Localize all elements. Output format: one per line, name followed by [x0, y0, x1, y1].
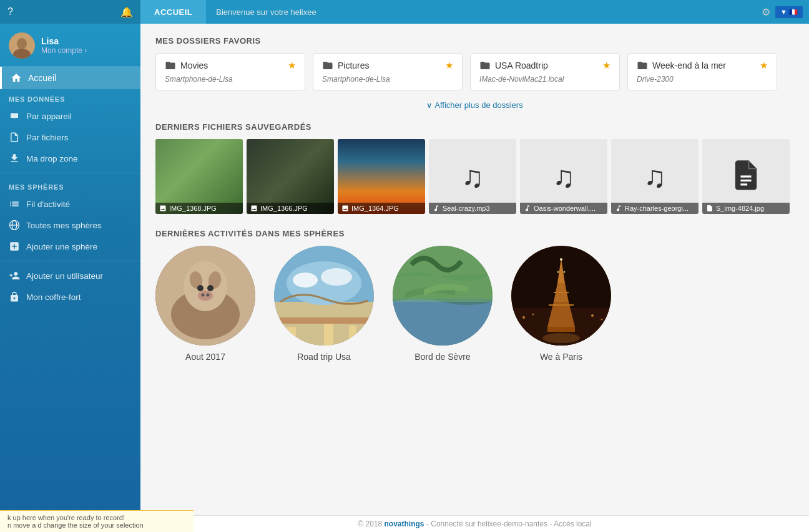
sidebar-item-ajouter-utilisateur-label: Ajouter un utilisateur: [26, 271, 103, 281]
folder-device-weekend: Drive-2300: [637, 75, 768, 84]
svg-rect-23: [287, 327, 296, 346]
section-spheres-title: DERNIÈRES ACTIVITÉS DANS MES SPHÈRES: [155, 229, 794, 238]
sidebar-item-home[interactable]: Accueil: [0, 67, 140, 89]
photo-icon-3: [341, 205, 349, 212]
svg-rect-24: [324, 324, 333, 346]
svg-point-47: [601, 319, 603, 321]
folder-icon-3: [479, 60, 491, 71]
files-icon: [9, 132, 20, 143]
sidebar-item-ajouter-sphere[interactable]: Ajouter une sphère: [0, 236, 140, 257]
folders-grid: Movies ★ Smartphone-de-Lisa Pictures: [155, 53, 794, 90]
sphere-label-bord-sevre: Bord de Sèvre: [414, 352, 471, 362]
svg-point-39: [557, 271, 559, 273]
folder-name-movies: Movies: [165, 60, 208, 71]
sidebar-divider-2: [0, 261, 140, 261]
sidebar-section-my-data: MES DONNÉES: [0, 89, 140, 105]
music-icon-3: [615, 205, 622, 212]
footer: © 2018 novathings - Connecté sur helixee…: [140, 515, 809, 532]
device-icon: [9, 110, 20, 122]
file-thumb-overlay-2: IMG_1366.JPG: [247, 203, 334, 214]
avatar: [9, 32, 35, 59]
sphere-item-roadtrip[interactable]: Road trip Usa: [274, 246, 374, 362]
svg-point-16: [207, 285, 213, 291]
file-thumb-seal[interactable]: ♫ Seal-crazy.mp3: [429, 139, 516, 214]
file-thumb-oasis[interactable]: ♫ Oasis-wonderwall....: [520, 139, 607, 214]
help-icon[interactable]: ?: [7, 6, 13, 17]
folder-device-movies: Smartphone-de-Lisa: [165, 75, 296, 84]
sidebar-item-par-appareil-label: Par appareil: [26, 112, 72, 121]
file-thumb-raycharles[interactable]: ♫ Ray-charles-georgi...: [611, 139, 699, 214]
sidebar-item-ajouter-utilisateur[interactable]: Ajouter un utilisateur: [0, 265, 140, 286]
language-flag-button[interactable]: ▼ 🇫🇷: [775, 6, 803, 18]
footer-copyright: © 2018 novathings - Connecté sur helixee…: [358, 520, 591, 528]
spheres-icon: [9, 220, 20, 231]
svg-point-12: [184, 261, 227, 311]
svg-point-28: [321, 268, 352, 286]
folder-card-movies[interactable]: Movies ★ Smartphone-de-Lisa: [155, 53, 305, 90]
section-recent-title: DERNIERS FICHIERS SAUVEGARDÉS: [155, 122, 794, 132]
folder-icon-2: [322, 60, 333, 71]
sidebar-item-ajouter-sphere-label: Ajouter une sphère: [26, 242, 97, 251]
sidebar-item-ma-drop-zone-label: Ma drop zone: [26, 154, 78, 163]
svg-rect-22: [274, 317, 374, 324]
folder-card-pictures[interactable]: Pictures ★ Smartphone-de-Lisa: [313, 53, 463, 90]
sphere-item-aout2017[interactable]: Aout 2017: [155, 246, 255, 362]
folder-card-top-2: Pictures ★: [322, 60, 453, 71]
accueil-nav-button[interactable]: ACCUEIL: [140, 0, 206, 24]
file-thumb-overlay-1: IMG_1368.JPG: [155, 203, 243, 214]
sidebar-item-fil-activite[interactable]: Fil d'activité: [0, 193, 140, 215]
file-thumb-overlay-6: Ray-charles-georgi...: [611, 203, 699, 214]
folder-card-usa-roadtrip[interactable]: USA Roadtrip ★ IMac-de-NoviMac21.local: [470, 53, 620, 90]
svg-point-15: [197, 285, 203, 291]
folder-star-usa-roadtrip: ★: [602, 60, 610, 71]
folder-card-top-3: USA Roadtrip ★: [479, 60, 610, 71]
sidebar-profile-info: Lisa Mon compte ›: [41, 36, 87, 55]
sphere-label-paris: We à Paris: [540, 352, 582, 362]
footer-brand: novathings: [385, 520, 424, 528]
sidebar-item-par-fichiers[interactable]: Par fichiers: [0, 127, 140, 148]
sphere-item-paris[interactable]: We à Paris: [511, 246, 611, 362]
folder-name-usa-roadtrip: USA Roadtrip: [479, 60, 548, 71]
main-layout: Lisa Mon compte › Accueil MES DONNÉES Pa…: [0, 24, 809, 532]
top-bar-right: ⚙ ▼ 🇫🇷: [762, 6, 809, 18]
sidebar-account-link[interactable]: Mon compte ›: [41, 46, 87, 55]
music-note-icon-3: ♫: [644, 160, 666, 194]
sidebar-item-coffre-fort-label: Mon coffre-fort: [26, 293, 81, 302]
folder-card-weekend[interactable]: Week-end à la mer ★ Drive-2300: [627, 53, 777, 90]
folder-star-weekend: ★: [760, 60, 768, 71]
svg-point-1: [17, 38, 27, 49]
sidebar-item-par-appareil[interactable]: Par appareil: [0, 105, 140, 127]
activity-icon: [9, 198, 20, 210]
sphere-circle-roadtrip: [274, 246, 374, 346]
welcome-text: Bienvenue sur votre helixee: [216, 7, 316, 17]
sidebar-item-toutes-mes-spheres-label: Toutes mes sphères: [26, 221, 102, 230]
svg-point-19: [207, 294, 210, 297]
file-thumb-img1364[interactable]: IMG_1364.JPG: [338, 139, 425, 214]
add-sphere-icon: [9, 241, 20, 252]
sidebar-item-ma-drop-zone[interactable]: Ma drop zone: [0, 148, 140, 169]
file-thumb-img1368[interactable]: IMG_1368.JPG: [155, 139, 243, 214]
file-thumb-simg[interactable]: S_img-4824.jpg: [702, 139, 790, 214]
sphere-item-bord-sevre[interactable]: Bord de Sèvre: [393, 246, 493, 362]
sidebar-item-toutes-mes-spheres[interactable]: Toutes mes sphères: [0, 215, 140, 236]
sidebar-item-fil-activite-label: Fil d'activité: [26, 200, 70, 209]
folder-card-top-4: Week-end à la mer ★: [637, 60, 768, 71]
show-more-folders-link[interactable]: ∨ Afficher plus de dossiers: [155, 95, 794, 111]
gear-icon[interactable]: ⚙: [762, 6, 770, 18]
photo-icon-2: [250, 205, 258, 212]
sphere-circle-paris: [511, 246, 611, 346]
folder-device-pictures: Smartphone-de-Lisa: [322, 75, 453, 84]
svg-rect-25: [349, 326, 356, 346]
folder-name-pictures: Pictures: [322, 60, 370, 71]
file-thumb-img1366[interactable]: IMG_1366.JPG: [247, 139, 334, 214]
recording-line-2: n move a d change the size of your selec…: [7, 521, 186, 529]
bell-icon[interactable]: 🔔: [120, 6, 133, 18]
sidebar-item-coffre-fort[interactable]: Mon coffre-fort: [0, 286, 140, 307]
file-thumb-overlay-5: Oasis-wonderwall....: [520, 203, 607, 214]
sphere-label-roadtrip: Road trip Usa: [297, 352, 351, 362]
sidebar-divider-1: [0, 173, 140, 173]
top-bar: ? 🔔 ACCUEIL Bienvenue sur votre helixee …: [0, 0, 809, 24]
svg-point-27: [293, 273, 318, 288]
folder-star-movies: ★: [288, 60, 296, 71]
svg-point-44: [522, 316, 525, 319]
